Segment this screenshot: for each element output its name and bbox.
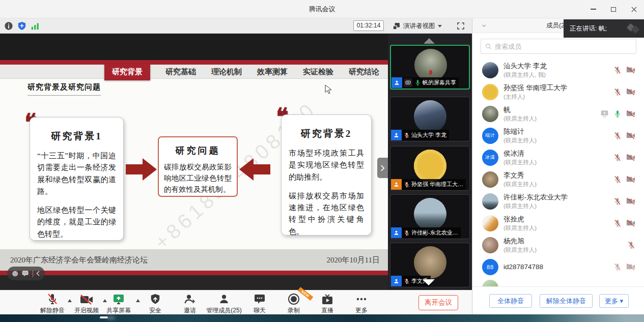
video-tile[interactable]: 孙坚强 华南理工大… — [390, 146, 470, 191]
avatar: 端计 — [482, 128, 498, 144]
chevron-left-icon[interactable] — [36, 271, 40, 276]
avatar — [414, 100, 446, 133]
member-name: 汕头大学 李龙 — [503, 62, 547, 71]
camera-off-icon[interactable] — [626, 175, 635, 183]
avatar-text: 88 — [487, 264, 494, 270]
more-label: 更多 — [339, 306, 384, 315]
avatar — [482, 171, 498, 188]
mic-off-icon[interactable] — [613, 263, 622, 271]
camera-off-icon[interactable] — [626, 154, 635, 161]
slide-red-stripe-bottom — [0, 271, 388, 275]
mic-off-icon[interactable] — [613, 88, 622, 96]
mute-all-button[interactable]: 全体静音 — [489, 294, 532, 308]
more-members-button[interactable]: 更多 ▾ — [599, 294, 629, 308]
research-question-box: 研究问题 碳排放权交易政策影响地区工业绿色转型的有效性及其机制。 — [158, 136, 238, 197]
mic-off-icon[interactable] — [613, 219, 622, 227]
member-name: 杨先旭 — [503, 237, 537, 246]
camera-off-icon[interactable] — [626, 132, 635, 139]
scroll-down-arrow-icon[interactable] — [423, 279, 435, 285]
scroll-up-arrow-icon[interactable] — [424, 38, 435, 44]
mic-off-icon[interactable] — [627, 241, 635, 249]
member-row[interactable]: 李文秀(联席主持人) — [472, 168, 644, 190]
arrow-right — [126, 158, 157, 181]
camera-off-icon[interactable] — [626, 219, 635, 227]
mic-off-icon[interactable] — [613, 132, 622, 140]
video-tile-sharing[interactable]: 帆的屏幕共享 — [390, 45, 470, 90]
member-row[interactable]: 许佳彬-东北农业大学(联席主持人) — [472, 190, 644, 212]
camera-off-icon[interactable] — [626, 197, 635, 205]
research-background-2-box: 研究背景2 市场型环境政策工具是实现地区绿色转型的助推剂。 碳排放权交易市场加速… — [281, 114, 372, 236]
tile-name-bar: 孙坚强 华南理工大… — [391, 179, 466, 190]
emoji-icon[interactable] — [12, 270, 18, 277]
unmute-all-button[interactable]: 解除全体静音 — [540, 294, 593, 308]
minimize-icon — [591, 9, 596, 10]
slide-tab-shizhengjianyan[interactable]: 实证检验 — [303, 67, 333, 77]
video-strip-collapse-tab[interactable] — [377, 158, 388, 178]
meeting-info-icon[interactable] — [4, 21, 13, 31]
boat-image — [100, 316, 108, 318]
slide-footer-conference: 2020年广东经济学会年会暨岭南经济论坛 — [10, 255, 148, 265]
mic-on-icon[interactable] — [613, 110, 622, 118]
screen-share-icon — [404, 78, 412, 87]
member-row[interactable]: 汕头大学 李龙(联席主持人, 我) — [472, 59, 644, 81]
minimize-button[interactable] — [583, 0, 603, 18]
screen-share-icon — [600, 110, 609, 118]
close-button[interactable] — [624, 0, 644, 18]
leave-meeting-button[interactable]: 离开会议 — [418, 295, 458, 310]
member-avatar-partial — [482, 280, 498, 286]
maximize-button[interactable] — [603, 0, 624, 18]
slide-tab-xiaolvcesuan[interactable]: 效率测算 — [257, 67, 288, 77]
mic-off-icon[interactable] — [613, 66, 622, 74]
video-tile[interactable]: 汕头大学 李龙 — [390, 97, 470, 141]
member-row[interactable]: 端计 陈端计(联席主持人) — [472, 125, 644, 147]
slide-tab-yanjiubeijing[interactable]: 研究背景 — [104, 64, 150, 80]
more-button[interactable]: 更多 — [339, 293, 384, 315]
camera-off-icon[interactable] — [626, 88, 635, 96]
camera-off-icon[interactable] — [626, 110, 635, 118]
member-row[interactable]: 88 id287874788 — [472, 256, 644, 278]
speaking-notice-overlay: 正在讲话: 帆; — [564, 19, 644, 38]
research-background-1-box: 研究背景1 “十三五”时期，中国迫切需要走出一条经济发展和绿色转型双赢的道路。 … — [30, 117, 124, 241]
mic-off-icon — [404, 182, 410, 188]
mic-off-icon[interactable] — [613, 197, 622, 206]
slide-red-stripe-top — [0, 60, 388, 65]
slide-tab-lilunjizhi[interactable]: 理论机制 — [211, 67, 242, 77]
desktop-wallpaper-strip — [0, 314, 644, 322]
network-signal-icon[interactable] — [31, 21, 40, 31]
fullscreen-button[interactable] — [455, 20, 466, 32]
member-row[interactable]: 张拴虎(联席主持人) — [472, 212, 644, 234]
security-icon — [150, 293, 161, 305]
member-name: 陈端计 — [503, 127, 537, 136]
view-mode-switcher[interactable]: 演讲者视图 — [392, 20, 442, 32]
camera-off-icon[interactable] — [626, 263, 635, 271]
member-row[interactable]: 孙坚强 华南理工大学(主持人) — [472, 81, 644, 103]
member-name: id287874788 — [503, 263, 543, 271]
video-tile[interactable]: 许佳彬-东北农业… — [390, 194, 470, 239]
security-shield-icon[interactable] — [17, 21, 26, 31]
close-icon — [631, 7, 637, 12]
window-title: 腾讯会议 — [0, 0, 644, 18]
avatar — [482, 193, 498, 210]
slide-bottom-band — [0, 275, 388, 290]
chat-bubble-icon[interactable] — [22, 270, 29, 277]
member-row[interactable]: 冰清 侯冰清(联席主持人) — [472, 147, 644, 168]
member-row[interactable]: 杨先旭(联席主持人) — [472, 234, 644, 256]
tile-name-bar: 许佳彬-东北农业… — [391, 227, 461, 238]
meeting-bottom-toolbar: 解除静音 开启视频 共享屏幕 安全 邀请 管理成员(25) 聊天 — [0, 290, 472, 314]
slide-tab-yanjiujichu[interactable]: 研究基础 — [165, 67, 196, 77]
search-input[interactable] — [495, 43, 632, 50]
member-row[interactable]: 帆(联席主持人) — [472, 103, 644, 125]
member-panel: 成员(25) 汕头大学 李龙(联席主持人, 我) 孙坚强 华南理工大学(主持人) — [472, 18, 644, 314]
box1-paragraph-1: “十三五”时期，中国迫切需要走出一条经济发展和绿色转型双赢的道路。 — [37, 150, 116, 197]
camera-off-icon[interactable] — [626, 66, 635, 74]
mic-off-icon[interactable] — [613, 154, 622, 162]
invite-person-icon — [184, 293, 196, 305]
member-name: 侯冰清 — [503, 149, 537, 158]
mic-off-icon[interactable] — [613, 175, 622, 184]
video-thumbnail-strip: 帆的屏幕共享 汕头大学 李龙 孙坚强 华南理工大… — [388, 34, 472, 290]
avatar-text: 冰清 — [485, 154, 495, 161]
slide-tab-yanjiujielun[interactable]: 研究结论 — [349, 67, 379, 77]
slide-footer-band: 2020年广东经济学会年会暨岭南经济论坛 2020年10月11日 — [0, 249, 388, 271]
mic-on-icon — [414, 79, 421, 86]
chevron-down-icon — [438, 25, 442, 27]
